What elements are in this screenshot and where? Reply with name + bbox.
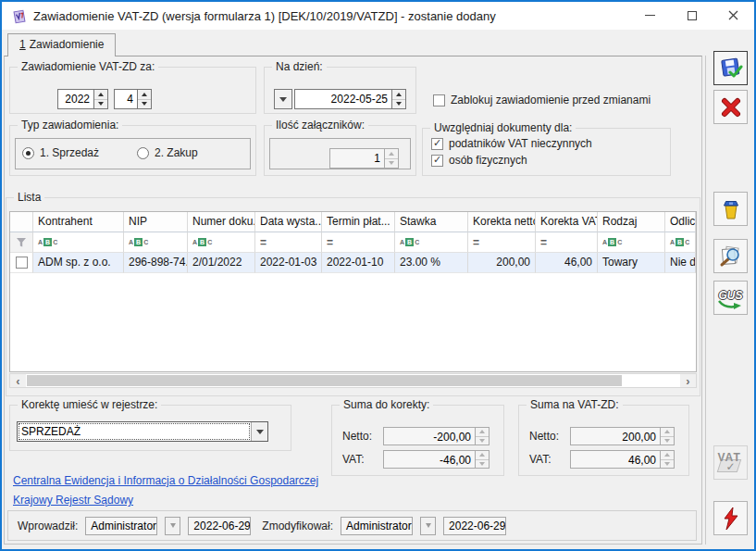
radio-zakup[interactable]: 2. Zakup bbox=[137, 146, 198, 159]
filter-stawka[interactable]: ABC bbox=[395, 232, 468, 253]
column-header-nip[interactable]: NIP bbox=[124, 212, 188, 232]
podatnicy-checkbox[interactable]: ✓ bbox=[431, 138, 443, 150]
filter-funnel-cell[interactable] bbox=[10, 232, 33, 253]
scroll-left-icon[interactable]: ‹ bbox=[10, 374, 26, 387]
cell-rodzaj[interactable]: Towary bbox=[598, 253, 665, 273]
cell-kontrahent[interactable]: ADM sp. z o.o. bbox=[33, 253, 124, 273]
year-input[interactable]: 2022 bbox=[57, 89, 94, 109]
rejestr-value[interactable]: SPRZEDAŻ bbox=[18, 422, 251, 441]
column-header-korekta-netto[interactable]: Korekta netto bbox=[468, 212, 536, 232]
filter-odliczenia[interactable]: ABC bbox=[665, 232, 696, 253]
cell-nip[interactable]: 296-898-74... bbox=[124, 253, 188, 273]
attachments-spin-buttons bbox=[385, 148, 399, 169]
zablokuj-row: Zablokuj zawiadomienie przed zmianami bbox=[433, 94, 651, 106]
preview-button[interactable] bbox=[713, 239, 748, 273]
suma-vatzd-netto-label: Netto: bbox=[529, 430, 570, 443]
month-spinner: 4 bbox=[114, 89, 152, 109]
link-ceidg[interactable]: Centralna Ewidencja i Informacja o Dział… bbox=[13, 474, 318, 487]
date-down-icon[interactable] bbox=[392, 100, 405, 109]
date-spin-buttons[interactable] bbox=[392, 89, 406, 109]
maximize-button[interactable] bbox=[676, 2, 708, 29]
podatnicy-row: ✓ podatników VAT nieczynnych bbox=[431, 137, 592, 150]
group-vatzd-za-label: Zawiadomienie VAT-ZD za: bbox=[18, 60, 158, 74]
chevron-down-icon bbox=[279, 97, 287, 102]
column-header-rodzaj[interactable]: Rodzaj bbox=[598, 212, 665, 232]
date-up-icon[interactable] bbox=[392, 90, 405, 100]
cell-numer[interactable]: 2/01/2022 bbox=[188, 253, 255, 273]
filter-kontrahent[interactable]: ABC bbox=[33, 232, 124, 253]
table-row[interactable]: ADM sp. z o.o. 296-898-74... 2/01/2022 2… bbox=[10, 253, 696, 273]
column-header-termin[interactable]: Termin płat... bbox=[322, 212, 395, 232]
zmodyfikowal-user: Administratoraa bbox=[341, 517, 413, 535]
horizontal-scrollbar[interactable]: ‹ › bbox=[9, 373, 697, 388]
cell-korekta-netto[interactable]: 200,00 bbox=[468, 253, 536, 273]
group-rejestr-label: Korektę umieść w rejestrze: bbox=[18, 398, 161, 412]
close-button[interactable] bbox=[717, 2, 749, 29]
date-input[interactable]: 2022-05-25 bbox=[294, 89, 392, 109]
year-up-icon[interactable] bbox=[94, 90, 107, 100]
osoby-checkbox[interactable]: ✓ bbox=[431, 155, 443, 167]
group-typ-label: Typ zawiadomienia: bbox=[18, 119, 122, 132]
row-checkbox-cell[interactable] bbox=[10, 253, 33, 273]
radio-zakup-circle[interactable] bbox=[137, 147, 149, 159]
osoby-row: ✓ osób fizycznych bbox=[431, 154, 527, 167]
link-krs[interactable]: Krajowy Rejestr Sądowy bbox=[13, 494, 133, 507]
month-input[interactable]: 4 bbox=[114, 89, 138, 109]
lightning-button[interactable] bbox=[713, 501, 748, 535]
column-header-data-wystawienia[interactable]: Data wysta... bbox=[255, 212, 322, 232]
titlebar: Zawiadomienie VAT-ZD (wersja formularza … bbox=[2, 2, 754, 30]
minimize-icon bbox=[645, 15, 655, 16]
equals-filter-icon: = bbox=[260, 236, 266, 249]
wprowadzil-dropdown bbox=[165, 517, 180, 535]
gus-import-button[interactable]: GUS bbox=[713, 281, 748, 315]
column-header-stawka[interactable]: Stawka bbox=[395, 212, 468, 232]
cell-termin[interactable]: 2022-01-10 bbox=[322, 253, 395, 273]
column-header-korekta-vat[interactable]: Korekta VAT bbox=[536, 212, 598, 232]
cancel-button[interactable] bbox=[713, 90, 748, 124]
cell-data-wystawienia[interactable]: 2022-01-03 bbox=[255, 253, 322, 273]
scroll-right-icon[interactable]: › bbox=[680, 374, 696, 387]
filter-rodzaj[interactable]: ABC bbox=[598, 232, 665, 253]
rejestr-combobox[interactable]: SPRZEDAŻ bbox=[17, 421, 268, 442]
tab-number: 1 bbox=[19, 38, 26, 51]
radio-sprzedaz-circle[interactable] bbox=[22, 147, 34, 159]
chevron-down-icon bbox=[256, 430, 264, 434]
scrollbar-thumb[interactable] bbox=[27, 375, 622, 386]
filter-numer[interactable]: ABC bbox=[188, 232, 255, 253]
month-up-icon[interactable] bbox=[138, 90, 151, 100]
rejestr-dropdown-button[interactable] bbox=[251, 422, 267, 441]
month-down-icon[interactable] bbox=[138, 100, 151, 109]
zmodyfikowal-label: Zmodyfikował: bbox=[262, 520, 333, 532]
zablokuj-checkbox[interactable] bbox=[433, 94, 445, 106]
filter-data-wystawienia[interactable]: = bbox=[255, 232, 322, 253]
close-icon bbox=[728, 10, 738, 20]
filter-termin[interactable]: = bbox=[322, 232, 395, 253]
column-header-odliczenia[interactable]: Odlicz bbox=[665, 212, 696, 232]
year-spin-buttons[interactable] bbox=[94, 89, 108, 109]
column-header-numer[interactable]: Numer doku... bbox=[188, 212, 255, 232]
filter-korekta-netto[interactable]: = bbox=[468, 232, 536, 253]
suma-korekty-netto-value: -200,00 bbox=[383, 427, 476, 445]
month-spin-buttons[interactable] bbox=[138, 89, 152, 109]
tab-zawiadomienie[interactable]: 1Zawiadomienie bbox=[7, 33, 116, 56]
year-down-icon[interactable] bbox=[94, 100, 107, 109]
cell-odliczenia[interactable]: Nie do bbox=[665, 253, 696, 273]
column-header-kontrahent[interactable]: Kontrahent bbox=[33, 212, 124, 232]
cell-stawka[interactable]: 23.00 % bbox=[395, 253, 468, 273]
filter-korekta-vat[interactable]: = bbox=[536, 232, 598, 253]
cell-korekta-vat[interactable]: 46,00 bbox=[536, 253, 598, 273]
filter-nip[interactable]: ABC bbox=[124, 232, 188, 253]
suma-korekty-vat-value: -46,00 bbox=[383, 450, 476, 469]
date-control: 2022-05-25 bbox=[274, 89, 406, 109]
radio-sprzedaz[interactable]: 1. Sprzedaż bbox=[22, 146, 99, 159]
save-button[interactable] bbox=[713, 51, 748, 85]
date-dropdown-button[interactable] bbox=[274, 89, 292, 109]
column-header-indicator[interactable] bbox=[10, 212, 33, 232]
delete-button[interactable] bbox=[713, 192, 748, 226]
vat-verify-button[interactable]: VAT ✓ bbox=[713, 445, 748, 480]
scrollbar-track[interactable] bbox=[26, 374, 680, 387]
abc-filter-icon: ABC bbox=[38, 238, 57, 246]
row-checkbox[interactable] bbox=[16, 257, 28, 269]
funnel-icon bbox=[16, 237, 27, 248]
minimize-button[interactable] bbox=[634, 2, 665, 29]
